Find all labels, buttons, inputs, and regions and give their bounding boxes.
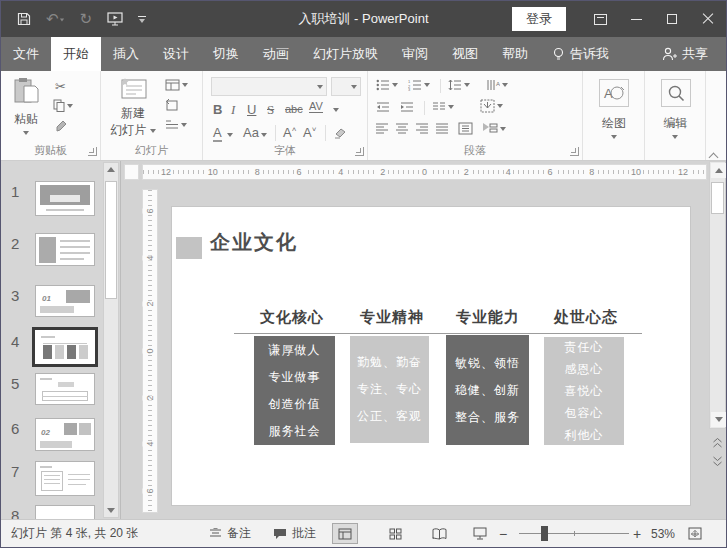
collapse-ribbon-icon[interactable] (710, 151, 718, 156)
save-icon[interactable] (17, 12, 31, 26)
increase-indent-icon[interactable] (400, 101, 414, 113)
next-slide-button[interactable] (710, 453, 725, 468)
reading-view-button[interactable] (426, 523, 452, 544)
paste-icon[interactable] (13, 77, 39, 105)
share-button[interactable]: 共享 (650, 37, 726, 71)
slide-thumbnail-3[interactable]: 01 (35, 285, 95, 317)
zoom-level[interactable]: 53% (651, 520, 675, 547)
drawing-button[interactable]: 绘图 (583, 115, 645, 132)
tab-insert[interactable]: 插入 (101, 37, 151, 71)
slide-canvas[interactable]: 企业文化 文化核心 专业精神 专业能力 处世心态 谦厚做人 专业做事 创造价值 … (171, 206, 691, 506)
column-header-2[interactable]: 专业精神 (342, 308, 442, 327)
editing-dropdown-icon[interactable] (672, 135, 678, 139)
zoom-out-button[interactable]: − (499, 520, 507, 547)
scroll-down-icon[interactable] (107, 508, 115, 513)
convert-smartart-dropdown-icon[interactable] (500, 127, 506, 131)
justify-icon[interactable] (436, 123, 449, 134)
clear-formatting-icon[interactable] (333, 127, 347, 139)
shrink-font-button[interactable]: A˅ (303, 125, 316, 140)
columns-icon[interactable] (432, 101, 454, 113)
slide-title[interactable]: 企业文化 (210, 229, 298, 256)
paste-dropdown-icon[interactable] (23, 131, 29, 135)
grow-font-button[interactable]: A˄ (283, 125, 296, 140)
column-box-2[interactable]: 勤勉、勤奋 专注、专心 公正、客观 (350, 336, 429, 443)
section-dropdown-icon[interactable] (181, 123, 187, 127)
tab-design[interactable]: 设计 (151, 37, 201, 71)
previous-slide-button[interactable] (710, 435, 725, 450)
layout-dropdown-icon[interactable] (182, 83, 188, 87)
zoom-slider[interactable] (519, 533, 629, 534)
text-box-icon[interactable] (480, 99, 503, 113)
line-spacing-icon[interactable] (448, 79, 470, 91)
align-left-icon[interactable] (376, 123, 389, 134)
italic-button[interactable]: I (231, 102, 235, 118)
layout-icon[interactable] (165, 79, 188, 91)
slide-thumbnail-6[interactable]: 02 (35, 418, 95, 451)
distribute-columns-icon[interactable] (458, 122, 473, 135)
signin-button[interactable]: 登录 (512, 7, 566, 31)
slide-thumbnail-5[interactable] (35, 373, 95, 405)
text-box-dropdown-icon[interactable] (497, 104, 503, 108)
font-dialog-launcher-icon[interactable] (355, 147, 364, 156)
scrollbar-thumb[interactable] (711, 182, 724, 214)
slide-thumbnail-2[interactable] (35, 233, 95, 266)
new-slide-icon[interactable] (119, 77, 149, 101)
scroll-up-icon[interactable] (107, 167, 115, 172)
tab-transitions[interactable]: 切换 (201, 37, 251, 71)
thumbnail-scrollbar-thumb[interactable] (105, 181, 117, 299)
drawing-dropdown-icon[interactable] (611, 135, 617, 139)
tab-help[interactable]: 帮助 (490, 37, 540, 71)
customize-qat-icon[interactable] (138, 16, 146, 23)
minimize-button[interactable] (618, 1, 654, 37)
thumbnail-scrollbar[interactable] (103, 162, 119, 518)
bullets-icon[interactable] (376, 79, 398, 91)
maximize-button[interactable] (654, 1, 690, 37)
column-box-4[interactable]: 责任心 感恩心 喜悦心 包容心 利他心 (544, 337, 624, 445)
font-name-select[interactable] (211, 77, 327, 96)
zoom-in-button[interactable]: + (633, 520, 641, 547)
ribbon-display-options-button[interactable] (582, 1, 618, 37)
decrease-indent-icon[interactable] (376, 101, 390, 113)
tab-view[interactable]: 视图 (440, 37, 490, 71)
slide-sorter-view-button[interactable] (382, 523, 408, 544)
bold-button[interactable]: B (213, 102, 222, 117)
tell-me-button[interactable]: 告诉我 (540, 37, 621, 71)
tab-slideshow[interactable]: 幻灯片放映 (301, 37, 390, 71)
text-shadow-button[interactable]: abc (285, 103, 303, 115)
editing-find-icon[interactable] (661, 79, 691, 107)
start-slideshow-icon[interactable] (107, 12, 123, 26)
tab-animations[interactable]: 动画 (251, 37, 301, 71)
vertical-scrollbar[interactable] (709, 161, 726, 519)
reset-slide-icon[interactable] (165, 99, 179, 112)
bullets-dropdown-icon[interactable] (392, 83, 398, 87)
column-header-3[interactable]: 专业能力 (438, 308, 538, 327)
columns-dropdown-icon[interactable] (448, 105, 454, 109)
line-spacing-dropdown-icon[interactable] (464, 83, 470, 87)
normal-view-button[interactable] (332, 523, 358, 544)
font-color-dropdown-icon[interactable] (227, 133, 233, 137)
font-color-button[interactable]: A (213, 125, 222, 142)
numbering-icon[interactable]: 123 (408, 79, 430, 91)
character-spacing-button[interactable]: AV (309, 100, 323, 113)
align-right-icon[interactable] (416, 123, 429, 134)
convert-smartart-icon[interactable] (482, 122, 506, 135)
scroll-up-button[interactable] (711, 163, 726, 178)
column-box-1[interactable]: 谦厚做人 专业做事 创造价值 服务社会 (254, 336, 335, 445)
scrollbar-track[interactable] (709, 161, 726, 429)
text-direction-dropdown-icon[interactable] (502, 83, 508, 87)
font-size-select[interactable] (331, 77, 361, 96)
comments-button[interactable]: 批注 (273, 520, 316, 547)
column-header-4[interactable]: 处世心态 (536, 308, 636, 327)
cut-icon[interactable]: ✂ (55, 79, 66, 94)
spacing-dropdown-icon[interactable] (333, 108, 339, 112)
clipboard-dialog-launcher-icon[interactable] (88, 147, 97, 156)
tab-file[interactable]: 文件 (1, 37, 51, 71)
tab-stop-selector[interactable] (124, 164, 139, 180)
zoom-slider-thumb[interactable] (541, 526, 548, 541)
slide-thumbnail-1[interactable] (35, 181, 95, 216)
new-slide-dropdown-icon[interactable] (150, 129, 156, 133)
text-direction-icon[interactable]: A (486, 79, 508, 91)
slide-thumbnail-4-selected[interactable] (32, 327, 98, 367)
new-slide-button[interactable]: 新建 幻灯片 (105, 105, 161, 139)
redo-icon[interactable]: ↻ (80, 10, 93, 28)
